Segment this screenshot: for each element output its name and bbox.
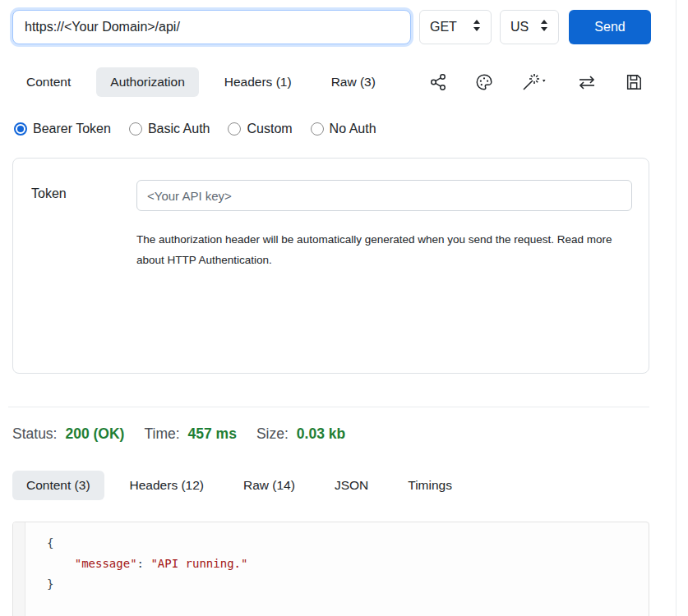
palette-icon[interactable] bbox=[475, 73, 493, 91]
radio-label: Basic Auth bbox=[148, 122, 210, 136]
select-updown-icon bbox=[473, 20, 481, 34]
status-label: Status: bbox=[12, 425, 57, 443]
auth-panel: Token The authorization header will be a… bbox=[12, 158, 649, 374]
resp-tab-content[interactable]: Content (3) bbox=[12, 471, 104, 500]
swap-arrows-icon[interactable] bbox=[577, 73, 597, 91]
request-tabs: Content Authorization Headers (1) Raw (3… bbox=[12, 67, 663, 97]
radio-unselected-icon bbox=[228, 122, 241, 136]
tab-authorization[interactable]: Authorization bbox=[96, 67, 198, 97]
select-updown-icon bbox=[540, 20, 548, 34]
radio-basic-auth[interactable]: Basic Auth bbox=[129, 122, 210, 136]
tab-raw[interactable]: Raw (3) bbox=[317, 67, 390, 97]
status-value: 200 (OK) bbox=[65, 425, 124, 443]
token-label: Token bbox=[31, 180, 136, 201]
method-select-value: GET bbox=[430, 20, 457, 34]
json-close-brace: } bbox=[47, 577, 53, 591]
response-status-row: Status: 200 (OK) Time: 457 ms Size: 0.03… bbox=[12, 425, 663, 443]
tab-content[interactable]: Content bbox=[12, 67, 85, 97]
token-input[interactable] bbox=[136, 180, 632, 211]
json-indent bbox=[47, 557, 75, 570]
json-key: "message" bbox=[75, 557, 137, 570]
resp-tab-raw[interactable]: Raw (14) bbox=[229, 471, 309, 500]
response-body: { "message": "API running." } bbox=[12, 522, 649, 616]
json-value: "API running." bbox=[150, 557, 247, 570]
url-input[interactable] bbox=[12, 10, 411, 44]
resp-tab-json[interactable]: JSON bbox=[321, 471, 382, 500]
radio-selected-icon bbox=[14, 122, 27, 136]
region-select[interactable]: US bbox=[500, 10, 559, 44]
radio-label: No Auth bbox=[330, 122, 376, 136]
share-icon[interactable] bbox=[429, 73, 447, 91]
radio-label: Bearer Token bbox=[33, 122, 111, 136]
code-gutter bbox=[13, 522, 25, 616]
radio-unselected-icon bbox=[311, 122, 324, 136]
resp-tab-timings[interactable]: Timings bbox=[394, 471, 466, 500]
send-button[interactable]: Send bbox=[569, 10, 651, 44]
region-select-value: US bbox=[510, 20, 529, 34]
toolbar bbox=[429, 72, 663, 92]
request-bar: GET US Send bbox=[12, 10, 663, 44]
size-value: 0.03 kb bbox=[297, 425, 345, 443]
auth-type-options: Bearer Token Basic Auth Custom No Auth bbox=[12, 122, 663, 136]
magic-wand-icon[interactable] bbox=[521, 72, 549, 92]
radio-unselected-icon bbox=[129, 122, 142, 136]
radio-no-auth[interactable]: No Auth bbox=[311, 122, 376, 136]
size-label: Size: bbox=[256, 425, 289, 443]
time-value: 457 ms bbox=[188, 425, 237, 443]
response-tabs: Content (3) Headers (12) Raw (14) JSON T… bbox=[12, 471, 663, 500]
radio-bearer-token[interactable]: Bearer Token bbox=[14, 122, 111, 136]
json-colon: : bbox=[137, 557, 151, 570]
auth-help-text: The authorization header will be automat… bbox=[136, 229, 613, 270]
api-client-page: GET US Send Content Authorization Header… bbox=[0, 0, 676, 616]
time-label: Time: bbox=[144, 425, 179, 443]
method-select[interactable]: GET bbox=[419, 10, 492, 44]
section-divider bbox=[8, 407, 649, 407]
resp-tab-headers[interactable]: Headers (12) bbox=[116, 471, 218, 500]
save-icon[interactable] bbox=[625, 73, 643, 91]
radio-custom[interactable]: Custom bbox=[228, 122, 292, 136]
response-json: { "message": "API running." } bbox=[25, 522, 247, 616]
json-open-brace: { bbox=[47, 536, 53, 549]
tab-headers[interactable]: Headers (1) bbox=[210, 67, 306, 97]
radio-label: Custom bbox=[247, 122, 292, 136]
